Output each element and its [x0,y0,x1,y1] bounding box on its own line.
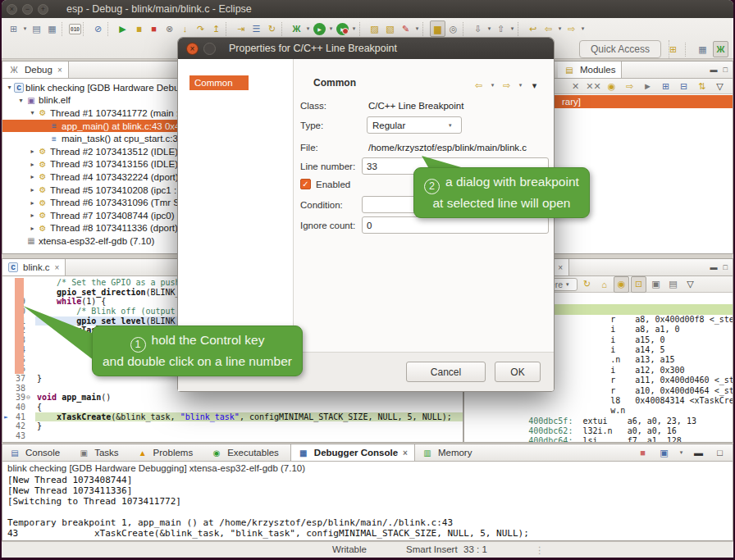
cpp-perspective-icon[interactable]: ▦ [695,41,710,57]
forward-caret[interactable]: ▾ [579,20,587,37]
code-line[interactable]: 41 ⊖ void app_main() [2,393,463,403]
search-caret[interactable]: ▾ [413,20,421,37]
disassembly-row[interactable]: 400dbc5f: extui a6, a0, 23, 13 [464,406,733,416]
open-perspective-icon[interactable]: ⊞ [665,41,681,57]
save-icon[interactable]: ▤ [29,20,44,37]
last-edit-location-icon[interactable]: ↩ [525,20,541,37]
open-new-view-icon[interactable]: ▣ [648,276,664,293]
display-console-icon[interactable]: ▣ [656,444,672,461]
external-tools-caret[interactable]: ▾ [350,20,358,37]
new-wizard-caret[interactable]: ▾ [21,20,29,37]
tab-modules[interactable]: ▤ Modules [558,61,622,78]
code-line[interactable]: 44 } [2,421,463,431]
back-caret[interactable]: ▾ [489,77,496,93]
remove-icon[interactable]: ✕ [568,79,583,94]
tab-debug[interactable]: Ж Debug × [2,61,69,78]
maximize-panel-icon[interactable]: □ [712,444,728,461]
code-line[interactable]: 43 ► xTaskCreate(&blink_task, "blink_tas… [2,412,463,422]
toggle-mark-occurrences-icon[interactable]: ▆ [430,20,445,37]
tab-executables[interactable]: ◉ Executables [204,444,290,461]
expand-arrow-icon[interactable]: ▸ [28,199,37,207]
tab-blink-c[interactable]: c blink.c × [2,259,66,275]
tab-memory[interactable]: ▥ Memory [415,444,484,461]
expand-arrow-icon[interactable]: ▸ [28,186,37,193]
cancel-button[interactable]: Cancel [406,362,486,382]
separator[interactable] [422,22,428,36]
forward-icon[interactable]: ⇨ [564,20,579,37]
link-with-editor-icon[interactable]: ◎ [445,20,461,37]
build-binary-icon[interactable]: 010 [69,24,81,34]
sync-selection-icon[interactable]: ⊡ [631,276,646,293]
code-line[interactable]: 45 [2,431,463,441]
debug-perspective-icon[interactable]: Ж [713,41,728,57]
window-minimize-button[interactable]: − [22,4,33,15]
back-caret[interactable]: ▾ [556,20,564,37]
disassembly-row[interactable]: 400dbc67: blt a0, a7, 0x400dbc81 <__addd… [464,436,733,442]
run-caret[interactable]: ▾ [327,20,335,37]
fold-icon[interactable]: ⊖ [26,393,30,403]
terminate-console-icon[interactable]: ■ [635,444,651,461]
view-menu-icon[interactable]: ▾ [527,77,542,93]
separator[interactable] [62,22,67,36]
previous-annotation-caret[interactable]: ▾ [509,20,516,37]
home-icon[interactable]: ⌂ [596,276,612,293]
remove-all-icon[interactable]: ✕✕ [586,79,601,94]
ok-button[interactable]: OK [495,362,541,382]
expand-arrow-icon[interactable]: ▾ [28,109,37,116]
chevron-down-icon[interactable]: ▾ [566,281,573,288]
track-pc-icon[interactable]: ◉ [614,276,629,293]
separator[interactable] [83,22,89,36]
debug-icon[interactable]: Ж [289,20,304,37]
refresh-icon[interactable]: ↻ [579,276,595,293]
use-step-filters-icon[interactable]: ☰ [249,20,264,37]
separator[interactable] [359,22,365,36]
expand-arrow-icon[interactable]: ▸ [28,212,37,219]
tab-tasks[interactable]: ▣ Tasks [71,444,130,461]
ignore-count-input[interactable] [362,216,549,234]
disassembly-row[interactable]: 400dbc62: l32i.n a0, a0, 16 [464,417,733,426]
previous-annotation-icon[interactable]: ⇧ [493,20,509,37]
open-type-icon[interactable]: ▧ [382,20,398,37]
display-console-caret[interactable]: ▾ [678,444,685,461]
restart-icon[interactable]: ↻ [264,20,280,37]
resume-icon[interactable]: ▶ [115,20,130,37]
dialog-maximize-button[interactable] [203,43,216,55]
separator[interactable] [685,43,691,57]
close-icon[interactable]: × [558,263,563,272]
separator[interactable] [463,22,468,36]
run-icon[interactable]: ▶ [313,23,326,35]
forward-caret[interactable]: ▾ [517,77,524,93]
quick-access-button[interactable]: Quick Access [579,40,661,58]
separator[interactable] [518,22,523,36]
step-over-icon[interactable]: ↷ [193,20,208,37]
select-icon[interactable]: ► [640,79,655,94]
expand-arrow-icon[interactable]: ▾ [16,97,25,104]
window-maximize-button[interactable]: + [38,4,48,15]
minimize-panel-icon[interactable]: ▬ [710,263,718,271]
tab-console[interactable]: ▤ Console [2,444,71,461]
terminate-icon[interactable]: ■ [146,20,162,37]
suspend-icon[interactable]: ▮▮ [130,20,146,37]
enabled-checkbox[interactable]: ✓ [300,179,311,189]
sort-icon[interactable]: ⇅ [694,79,710,94]
expand-arrow-icon[interactable]: ▸ [28,225,37,232]
dialog-close-button[interactable]: × [186,43,199,55]
forward-icon[interactable]: ⇨ [499,77,514,93]
expand-arrow-icon[interactable]: ▸ [28,161,37,168]
new-wizard-icon[interactable]: ⊞ [6,20,21,37]
pin-view-icon[interactable]: ▤ [665,276,681,293]
next-annotation-icon[interactable]: ⇩ [470,20,486,37]
disassembly-row[interactable]: w.n [464,396,733,406]
load-symbols-icon[interactable]: ◉ [604,79,619,94]
step-return-icon[interactable]: ↥ [208,20,224,37]
drag-grip-icon[interactable]: ⋮ [535,544,545,556]
tab-problems[interactable]: ▲ Problems [130,444,205,461]
expand-all-icon[interactable]: ⊞ [658,79,673,94]
disassembly-row[interactable]: 400dbc64: lsi f7, a1, 128 [464,426,733,436]
debug-caret[interactable]: ▾ [304,20,312,37]
next-annotation-caret[interactable]: ▾ [486,20,493,37]
expand-arrow-icon[interactable]: ▸ [28,173,37,180]
back-icon[interactable]: ⇦ [471,77,486,93]
maximize-panel-icon[interactable]: □ [724,263,728,271]
collapse-all-icon[interactable]: ⊟ [676,79,692,94]
